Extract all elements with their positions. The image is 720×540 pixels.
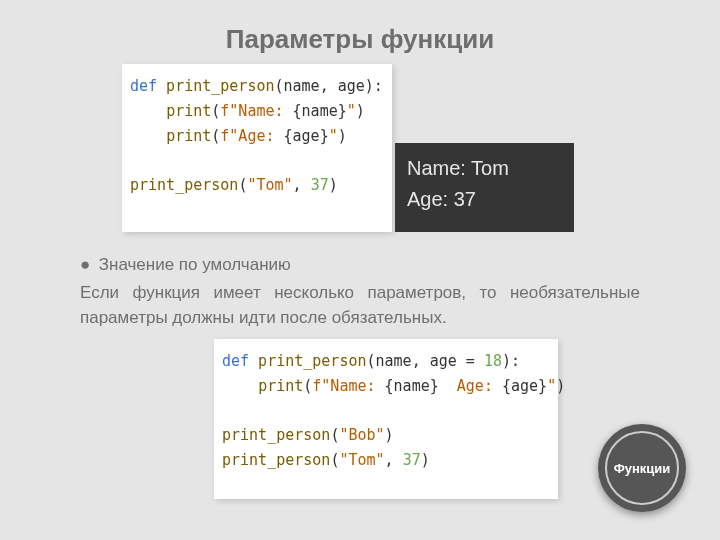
paren: ) <box>421 451 430 469</box>
arg-num: 37 <box>403 451 421 469</box>
placeholder: {age} <box>284 127 329 145</box>
print-call: print <box>166 102 211 120</box>
arg-str: "Tom" <box>339 451 384 469</box>
str-mid: Age: <box>439 377 502 395</box>
bullet-icon: ● <box>80 252 94 278</box>
indent <box>130 127 166 145</box>
code-block-basic: def print_person(name, age): print(f"Nam… <box>122 64 392 232</box>
paren: ) <box>338 127 347 145</box>
badge-functions: Функции <box>598 424 686 512</box>
params: (name, age): <box>275 77 383 95</box>
code-block-default: def print_person(name, age = 18): print(… <box>214 339 558 499</box>
body-text: ● Значение по умолчанию Если функция име… <box>80 252 640 331</box>
print-call: print <box>166 127 211 145</box>
slide: Параметры функции def print_person(name,… <box>0 0 720 540</box>
str-part: f"Name: <box>220 102 292 120</box>
comma: , <box>385 451 403 469</box>
placeholder: {age} <box>502 377 547 395</box>
str-end: " <box>329 127 338 145</box>
indent <box>222 377 258 395</box>
output-block: Name: Tom Age: 37 <box>395 143 574 232</box>
str-end: " <box>347 102 356 120</box>
paren: ) <box>356 102 365 120</box>
arg-str: "Bob" <box>339 426 384 444</box>
kw-def: def <box>130 77 157 95</box>
print-call: print <box>258 377 303 395</box>
fn-name: print_person <box>157 77 274 95</box>
badge-label: Функции <box>614 461 671 476</box>
placeholder: {name} <box>293 102 347 120</box>
badge-ring: Функции <box>605 431 679 505</box>
arg-num: 37 <box>311 176 329 194</box>
bullet-text: Значение по умолчанию <box>99 255 291 274</box>
fn-call: print_person <box>222 426 330 444</box>
paren: ( <box>303 377 312 395</box>
str-part: f"Age: <box>220 127 283 145</box>
paren: ( <box>211 127 220 145</box>
fn-call: print_person <box>222 451 330 469</box>
default-num: 18 <box>484 352 502 370</box>
fn-call: print_person <box>130 176 238 194</box>
bullet-row: ● Значение по умолчанию <box>80 252 640 278</box>
paren: ( <box>211 102 220 120</box>
kw-def: def <box>222 352 249 370</box>
comma: , <box>293 176 311 194</box>
placeholder: {name} <box>385 377 439 395</box>
output-line: Name: Tom <box>407 153 562 184</box>
paren: ) <box>556 377 565 395</box>
params: (name, age = <box>367 352 484 370</box>
params: ): <box>502 352 520 370</box>
str-part: f"Name: <box>312 377 384 395</box>
output-line: Age: 37 <box>407 184 562 215</box>
fn-name: print_person <box>249 352 366 370</box>
indent <box>130 102 166 120</box>
str-end: " <box>547 377 556 395</box>
page-title: Параметры функции <box>0 0 720 55</box>
paren: ) <box>329 176 338 194</box>
arg-str: "Tom" <box>247 176 292 194</box>
paren: ) <box>385 426 394 444</box>
paragraph: Если функция имеет несколько параметров,… <box>80 280 640 331</box>
